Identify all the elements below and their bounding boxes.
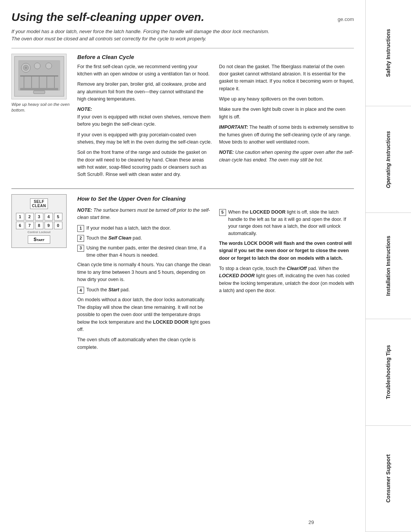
top-left-p1: For the first self-clean cycle, we recom… [77,63,212,78]
top-right-p2: Wipe up any heavy spillovers on the oven… [219,96,354,103]
step-num-3: 3 [77,245,84,252]
p2-bold: LOCKED DOOR [153,320,189,325]
step-num-2: 2 [77,235,84,242]
control-lockout-label: Control Lockout [16,230,62,234]
svg-rect-8 [20,88,58,90]
svg-rect-9 [33,91,45,94]
oven-illustration [13,54,66,99]
svg-point-14 [46,63,52,69]
step4-bold: Start [108,287,119,292]
sidebar-safety-label: Safety Instructions [385,29,392,77]
bottom-left-p3: The oven shuts off automatically when th… [77,336,212,351]
step5-prefix: When the [228,209,250,215]
top-right-p1: Do not clean the gasket. The fiberglass … [219,63,354,93]
oven-image [11,54,67,99]
subtitle-line2: The oven door must be closed and all con… [11,36,206,42]
svg-point-13 [34,63,40,69]
self-clean-label: Self Clean [30,198,48,209]
p1-bold: The words LOCK DOOR will flash and the o… [219,241,352,261]
bottom-section-title: How to Set the Upper Oven for Cleaning [77,194,212,203]
brand-label: ge.com [338,16,354,22]
step-3-text: Using the number pads, enter the desired… [86,244,212,259]
bottom-text-cols: How to Set the Upper Oven for Cleaning N… [77,194,354,354]
image-column: Wipe up heavy soil on the oven bottom. [11,54,70,182]
step-2-text: Touch the Self Clean pad. [86,235,212,242]
top-right-note-label: NOTE: [219,150,234,155]
step-1-text: If your model has a latch, latch the doo… [86,225,212,232]
bottom-section: Self Clean 1 2 3 4 5 6 7 8 9 [11,194,354,354]
step-3: 3 Using the number pads, enter the desir… [77,244,212,259]
top-section-title: Before a Clean Cycle [77,54,354,60]
note-label: NOTE: [77,107,92,112]
keypad-box: Self Clean 1 2 3 4 5 6 7 8 9 [11,194,67,248]
text-columns: Before a Clean Cycle For the first self-… [77,54,354,182]
top-divider [11,48,354,48]
sidebar-operating: Operating Instructions [366,106,411,212]
title-row: Using the self-cleaning upper oven. ge.c… [11,11,354,26]
key-2[interactable]: 2 [25,213,34,220]
top-right-important: IMPORTANT: The health of some birds is e… [219,124,354,146]
svg-point-12 [25,67,27,69]
key-5[interactable]: 5 [54,213,62,220]
bottom-right-p2: To stop a clean cycle, touch the Clear/O… [219,265,354,295]
step-2: 2 Touch the Self Clean pad. [77,235,212,242]
start-button[interactable]: Start [28,235,50,244]
top-left-p3: Soil on the front frame of the range and… [77,149,212,179]
important-label: IMPORTANT: [219,125,248,130]
key-4[interactable]: 4 [45,213,53,220]
top-right-text: Do not clean the gasket. The fiberglass … [219,63,354,182]
top-right-p3: Make sure the oven light bulb cover is i… [219,106,354,121]
lockeddoor-bold2: LOCKED DOOR [219,273,255,278]
image-caption: Wipe up heavy soil on the oven bottom. [11,102,70,113]
bottom-left-p2: On models without a door latch, the door… [77,296,212,333]
main-content: Using the self-cleaning upper oven. ge.c… [0,0,365,532]
mid-divider [11,189,354,189]
keypad-column: Self Clean 1 2 3 4 5 6 7 8 9 [11,194,70,354]
keypad-row-1: 1 2 3 4 5 [16,213,62,220]
top-left-text: For the first self-clean cycle, we recom… [77,63,212,182]
key-3[interactable]: 3 [35,213,43,220]
sidebar-consumer-label: Consumer Support [385,454,392,503]
subtitle: If your model has a door latch, never fo… [11,28,354,43]
step2-bold: Self Clean [108,235,131,241]
step-5: 5 When the LOCKED DOOR light is off, sli… [219,209,354,237]
step-4-text: Touch the Start pad. [86,286,212,294]
self-clean-label-wrapper: Self Clean [16,198,62,211]
sidebar-operating-label: Operating Instructions [385,131,392,188]
sidebar-installation: Installation Instructions [366,213,411,319]
note2-text: If your oven is equipped with gray porce… [77,131,212,146]
bottom-left-p1: Clean cycle time is normally 4 hours. Yo… [77,261,212,283]
key-6[interactable]: 6 [16,222,24,229]
step-num-5: 5 [219,209,226,216]
step-num-1: 1 [77,225,84,232]
step4-suffix: pad. [119,287,130,292]
top-right-note-text: Use caution when opening the upper oven … [219,150,354,162]
step-num-4: 4 [77,287,84,294]
step2-suffix: pad. [131,235,142,241]
top-right-note: NOTE: Use caution when opening the upper… [219,149,354,164]
top-left-p2: Remove any broiler pan, broiler grid, al… [77,81,212,103]
self-clean-line1: Self [32,200,46,204]
bottom-note-label: NOTE: [77,208,92,213]
bottom-note: NOTE: The surface burners must be turned… [77,207,212,222]
sidebar-troubleshooting: Troubleshooting Tips [366,319,411,425]
step-4: 4 Touch the Start pad. [77,286,212,294]
step-1: 1 If your model has a latch, latch the d… [77,225,212,232]
key-8[interactable]: 8 [35,222,43,229]
top-left-note: NOTE: If your oven is equipped with nick… [77,106,212,128]
bottom-right-p1: The words LOCK DOOR will flash and the o… [219,240,354,262]
sidebar-troubleshooting-label: Troubleshooting Tips [385,345,392,399]
bottom-note-text: The surface burners must be turned off p… [77,208,210,220]
key-1[interactable]: 1 [16,213,24,220]
text-cols-wrapper: For the first self-clean cycle, we recom… [77,63,354,182]
key-0[interactable]: 0 [54,222,62,229]
key-7[interactable]: 7 [25,222,34,229]
key-9[interactable]: 9 [45,222,53,229]
bottom-left-col: How to Set the Upper Oven for Cleaning N… [77,194,212,354]
sidebar-safety: Safety Instructions [366,0,411,106]
sidebar-installation-label: Installation Instructions [385,236,392,296]
top-section: Wipe up heavy soil on the oven bottom. B… [11,54,354,182]
step2-prefix: Touch the [86,235,108,241]
step5-bold: LOCKED DOOR [250,209,285,215]
clearoff-bold: Clear/Off [287,266,307,271]
